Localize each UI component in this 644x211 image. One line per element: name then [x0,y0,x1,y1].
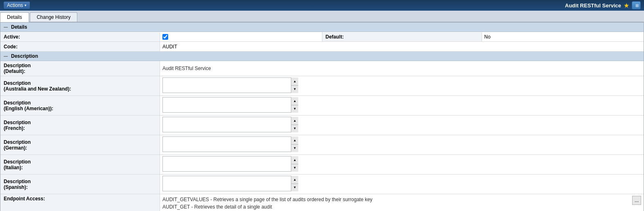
desc-es-value: ▲ ▼ [160,175,644,194]
desc-es-down-btn[interactable]: ▼ [291,184,298,192]
code-row: Code: AUDIT [0,42,644,52]
top-bar: Actions ▾ Audit RESTful Service ★ ⊞ [0,0,644,11]
desc-anz-label: Description (Australia and New Zealand): [0,76,160,95]
desc-it-label: Description (Italian): [0,155,160,174]
desc-de-spinbtns: ▲ ▼ [291,136,298,152]
content-area: — Details Active: Default: No Code: AUDI… [0,22,644,211]
endpoint-label: Endpoint Access: [0,194,160,211]
desc-es-up-btn[interactable]: ▲ [291,176,298,184]
desc-anz-row: Description (Australia and New Zealand):… [0,76,644,96]
desc-de-label: Description (German): [0,135,160,154]
endpoint-value-area: AUDIT_GETVALUES - Retrieves a single pag… [160,194,644,211]
desc-de-value: ▲ ▼ [160,135,644,154]
description-section-title: Description [11,53,38,59]
desc-it-up-btn[interactable]: ▲ [291,156,298,164]
desc-de-row: Description (German): ▲ ▼ [0,135,644,155]
desc-de-input[interactable] [162,136,298,152]
details-section-title: Details [11,24,27,30]
tab-change-history[interactable]: Change History [30,12,78,22]
actions-button[interactable]: Actions ▾ [3,1,30,9]
desc-anz-spinbtns: ▲ ▼ [291,77,298,93]
details-section-header: — Details [0,23,644,32]
desc-enus-down-btn[interactable]: ▼ [291,105,298,113]
desc-it-value: ▲ ▼ [160,155,644,174]
page-title: Audit RESTful Service [565,2,621,9]
desc-default-value: Audit RESTful Service [160,61,644,76]
code-label: Code: [0,42,160,51]
desc-default-label: Description (Default): [0,61,160,76]
description-section-header: — Description [0,52,644,61]
desc-anz-input[interactable] [162,77,298,93]
desc-es-row: Description (Spanish): ▲ ▼ [0,175,644,194]
desc-fr-label: Description (French): [0,116,160,135]
default-label: Default: [322,32,482,41]
default-value: No [482,33,644,41]
tabs-bar: Details Change History [0,11,644,22]
actions-area: Actions ▾ [3,1,30,9]
desc-es-input[interactable] [162,176,298,191]
active-col: Active: [0,32,322,41]
desc-enus-spinner: ▲ ▼ [162,97,298,114]
desc-fr-down-btn[interactable]: ▼ [291,125,298,133]
desc-it-spinner: ▲ ▼ [162,156,298,173]
desc-anz-value: ▲ ▼ [160,76,644,95]
desc-it-spinbtns: ▲ ▼ [291,156,298,172]
description-collapse-icon[interactable]: — [4,54,8,59]
desc-de-spinner: ▲ ▼ [162,136,298,153]
code-value: AUDIT [160,42,644,51]
desc-anz-up-btn[interactable]: ▲ [291,77,298,86]
top-right-area: Audit RESTful Service ★ ⊞ [565,1,641,9]
desc-fr-spinbtns: ▲ ▼ [291,117,298,132]
endpoint-row: Endpoint Access: AUDIT_GETVALUES - Retri… [0,194,644,211]
default-col: Default: No [322,32,644,41]
tab-details[interactable]: Details [0,12,29,22]
desc-fr-spinner: ▲ ▼ [162,117,298,134]
endpoint-browse-button[interactable]: ... [632,196,641,205]
actions-label: Actions [7,2,23,8]
active-label: Active: [0,32,160,41]
desc-enus-up-btn[interactable]: ▲ [291,97,298,105]
desc-fr-input[interactable] [162,117,298,132]
desc-enus-row: Description (English (American)): ▲ ▼ [0,96,644,116]
desc-enus-label: Description (English (American)): [0,96,160,115]
active-value [160,33,322,41]
desc-it-down-btn[interactable]: ▼ [291,164,298,172]
desc-es-spinbtns: ▲ ▼ [291,176,298,191]
endpoint-list: AUDIT_GETVALUES - Retrieves a single pag… [162,196,629,211]
desc-default-row: Description (Default): Audit RESTful Ser… [0,61,644,76]
desc-fr-up-btn[interactable]: ▲ [291,117,298,125]
desc-anz-down-btn[interactable]: ▼ [291,86,298,93]
desc-es-spinner: ▲ ▼ [162,176,298,193]
actions-chevron-icon: ▾ [25,3,27,7]
desc-it-input[interactable] [162,156,298,172]
desc-de-up-btn[interactable]: ▲ [291,136,298,145]
star-icon[interactable]: ★ [624,2,629,9]
desc-enus-spinbtns: ▲ ▼ [291,97,298,113]
desc-enus-value: ▲ ▼ [160,96,644,115]
active-default-row: Active: Default: No [0,32,644,42]
desc-anz-spinner: ▲ ▼ [162,77,298,94]
active-checkbox[interactable] [162,34,168,40]
top-action-button[interactable]: ⊞ [632,1,641,9]
desc-it-row: Description (Italian): ▲ ▼ [0,155,644,175]
desc-fr-row: Description (French): ▲ ▼ [0,116,644,135]
desc-es-label: Description (Spanish): [0,175,160,194]
list-item: AUDIT_GETVALUES - Retrieves a single pag… [162,196,629,203]
details-collapse-icon[interactable]: — [4,25,8,29]
desc-enus-input[interactable] [162,97,298,113]
list-item: AUDIT_GET - Retrieves the detail of a si… [162,203,629,211]
desc-de-down-btn[interactable]: ▼ [291,145,298,152]
desc-fr-value: ▲ ▼ [160,116,644,135]
